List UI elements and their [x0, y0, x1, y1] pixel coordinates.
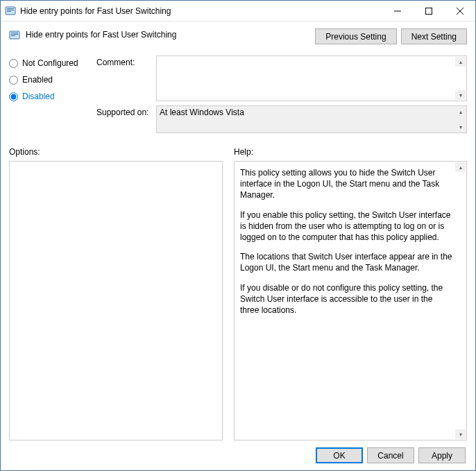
radio-not-configured[interactable]: Not Configured — [9, 58, 96, 68]
nav-buttons: Previous Setting Next Setting — [315, 28, 467, 44]
help-paragraph: This policy setting allows you to hide t… — [240, 167, 452, 201]
comment-label: Comment: — [96, 55, 156, 67]
svg-rect-10 — [11, 34, 18, 35]
radio-disabled[interactable]: Disabled — [9, 92, 96, 101]
minimize-button[interactable] — [382, 1, 413, 21]
radio-disabled-input[interactable] — [9, 92, 18, 101]
svg-rect-11 — [11, 35, 15, 36]
scroll-up-icon[interactable]: ▴ — [455, 162, 466, 172]
ok-button[interactable]: OK — [316, 447, 363, 463]
supported-value: At least Windows Vista — [157, 106, 466, 132]
options-label: Options: — [9, 147, 234, 157]
policy-window-icon — [5, 6, 16, 17]
close-button[interactable] — [444, 1, 475, 21]
policy-title: Hide entry points for Fast User Switchin… — [26, 28, 315, 40]
radio-disabled-label: Disabled — [22, 92, 55, 101]
cancel-button[interactable]: Cancel — [367, 447, 414, 463]
titlebar: Hide entry points for Fast User Switchin… — [1, 1, 475, 22]
svg-rect-9 — [11, 33, 18, 33]
apply-button[interactable]: Apply — [418, 447, 466, 463]
policy-icon — [9, 30, 20, 41]
svg-rect-8 — [10, 31, 19, 39]
supported-label: Supported on: — [96, 105, 156, 117]
scroll-up-icon[interactable]: ▴ — [455, 107, 466, 117]
comment-row: Comment: ▴ ▾ — [96, 55, 467, 101]
help-text: This policy setting allows you to hide t… — [235, 162, 466, 329]
svg-rect-0 — [6, 7, 15, 15]
maximize-button[interactable] — [413, 1, 444, 21]
scroll-down-icon[interactable]: ▾ — [455, 429, 466, 439]
svg-rect-3 — [7, 11, 11, 12]
comment-value — [157, 56, 466, 101]
config-row: Not Configured Enabled Disabled Comment:… — [9, 55, 467, 137]
radio-not-configured-input[interactable] — [9, 59, 18, 68]
help-paragraph: The locations that Switch User interface… — [240, 251, 452, 273]
supported-textarea: At least Windows Vista ▴ ▾ — [156, 105, 467, 133]
options-panel — [9, 161, 223, 440]
state-radio-group: Not Configured Enabled Disabled — [9, 55, 96, 137]
footer-buttons: OK Cancel Apply — [9, 447, 467, 463]
supported-row: Supported on: At least Windows Vista ▴ ▾ — [96, 105, 467, 133]
radio-enabled-label: Enabled — [22, 75, 53, 85]
header-row: Hide entry points for Fast User Switchin… — [9, 28, 467, 44]
dialog-content: Hide entry points for Fast User Switchin… — [1, 22, 475, 470]
next-setting-button[interactable]: Next Setting — [401, 28, 467, 44]
scroll-down-icon[interactable]: ▾ — [455, 122, 466, 132]
help-label: Help: — [234, 147, 467, 157]
help-paragraph: If you disable or do not configure this … — [240, 282, 452, 316]
scroll-down-icon[interactable]: ▾ — [455, 90, 466, 100]
radio-enabled-input[interactable] — [9, 76, 18, 85]
svg-rect-1 — [7, 8, 14, 9]
help-panel: This policy setting allows you to hide t… — [234, 161, 467, 440]
help-paragraph: If you enable this policy setting, the S… — [240, 209, 452, 243]
previous-setting-button[interactable]: Previous Setting — [315, 28, 396, 44]
panels-row: This policy setting allows you to hide t… — [9, 161, 467, 440]
fields-column: Comment: ▴ ▾ Supported on: At least Wind… — [96, 55, 467, 137]
svg-rect-5 — [425, 8, 432, 14]
svg-rect-2 — [7, 10, 14, 10]
scroll-up-icon[interactable]: ▴ — [455, 57, 466, 67]
panels-labels: Options: Help: — [9, 147, 467, 157]
radio-not-configured-label: Not Configured — [22, 58, 78, 68]
policy-dialog-window: Hide entry points for Fast User Switchin… — [0, 0, 476, 471]
window-controls — [382, 1, 475, 21]
window-title: Hide entry points for Fast User Switchin… — [20, 6, 382, 16]
comment-textarea[interactable]: ▴ ▾ — [156, 55, 467, 101]
radio-enabled[interactable]: Enabled — [9, 75, 96, 85]
